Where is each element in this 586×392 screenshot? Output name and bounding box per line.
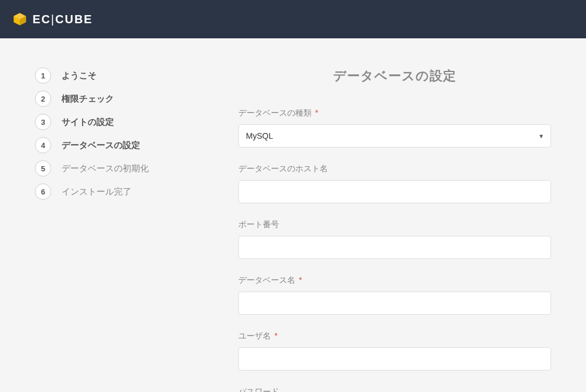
step-label: サイトの設定 — [62, 117, 114, 128]
header: EC|CUBE — [0, 0, 586, 38]
form-group-db-type: データベースの種類* MySQL ▼ — [238, 108, 551, 148]
db-type-select[interactable]: MySQL — [238, 124, 551, 148]
logo-text: EC|CUBE — [33, 13, 93, 26]
label-db-name: データベース名* — [238, 275, 551, 286]
step-item-permission: 2 権限チェック — [35, 91, 192, 107]
step-list: 1 ようこそ 2 権限チェック 3 サイトの設定 4 データベースの設定 5 デ… — [35, 67, 192, 200]
step-label: ようこそ — [62, 70, 97, 81]
required-marker: * — [274, 331, 277, 340]
form-group-db-host: データベースのホスト名 — [238, 164, 551, 203]
step-label: データベースの設定 — [62, 140, 140, 151]
sidebar: 1 ようこそ 2 権限チェック 3 サイトの設定 4 データベースの設定 5 デ… — [35, 67, 192, 392]
page-title: データベースの設定 — [238, 67, 551, 85]
step-item-site-settings: 3 サイトの設定 — [35, 114, 192, 130]
step-item-install-complete: 6 インストール完了 — [35, 184, 192, 200]
step-number: 2 — [35, 91, 51, 107]
step-item-database-settings: 4 データベースの設定 — [35, 137, 192, 153]
form-group-port: ポート番号 — [238, 220, 551, 259]
username-input[interactable] — [238, 347, 551, 371]
label-db-type: データベースの種類* — [238, 108, 551, 118]
logo: EC|CUBE — [12, 11, 93, 27]
port-input[interactable] — [238, 236, 551, 259]
label-password: パスワード — [238, 387, 551, 392]
select-wrapper: MySQL ▼ — [238, 124, 551, 148]
eccube-logo-icon — [12, 11, 28, 27]
main-container: 1 ようこそ 2 権限チェック 3 サイトの設定 4 データベースの設定 5 デ… — [0, 38, 586, 392]
form-group-db-name: データベース名* — [238, 275, 551, 315]
step-number: 5 — [35, 160, 51, 177]
step-label: 権限チェック — [62, 93, 114, 105]
step-number: 4 — [35, 137, 51, 153]
db-name-input[interactable] — [238, 292, 551, 315]
step-item-database-init: 5 データベースの初期化 — [35, 160, 192, 177]
main-content: データベースの設定 データベースの種類* MySQL ▼ データベースのホスト名… — [238, 67, 551, 392]
form-group-username: ユーザ名* — [238, 331, 551, 371]
required-marker: * — [299, 275, 302, 285]
step-number: 1 — [35, 67, 51, 84]
form-group-password: パスワード — [238, 387, 551, 392]
step-item-welcome: 1 ようこそ — [35, 67, 192, 84]
step-number: 6 — [35, 184, 51, 200]
db-host-input[interactable] — [238, 180, 551, 203]
required-marker: * — [315, 108, 318, 117]
label-db-host: データベースのホスト名 — [238, 164, 551, 174]
step-label: データベースの初期化 — [62, 163, 149, 174]
step-number: 3 — [35, 114, 51, 130]
step-label: インストール完了 — [62, 186, 131, 197]
label-port: ポート番号 — [238, 220, 551, 230]
label-username: ユーザ名* — [238, 331, 551, 341]
